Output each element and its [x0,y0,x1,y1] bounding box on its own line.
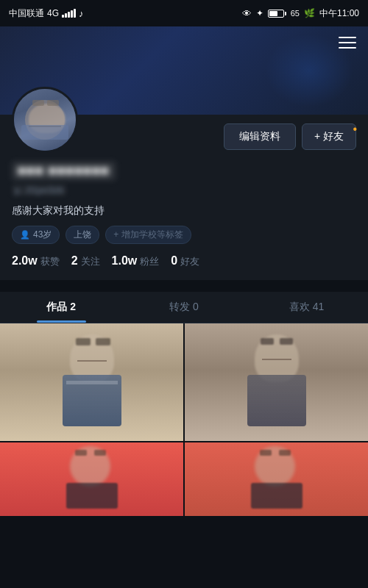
edit-profile-button[interactable]: 编辑资料 [224,123,296,150]
profile-top: 编辑资料 + 好友 [12,115,356,153]
profile-section: 编辑资料 + 好友 ■■■ ■■■■■■■ y...01po3zb 感谢大家对我… [0,115,368,280]
friends-label: 好友 [180,255,199,268]
tab-reposts-label: 转发 0 [169,301,199,312]
grid-item-4[interactable] [185,442,368,516]
person-2 [185,323,368,441]
stat-likes[interactable]: 2.0w 获赞 [12,254,60,268]
battery-percent: 65 [291,9,300,18]
person-3 [0,442,183,516]
stat-fans[interactable]: 1.0w 粉丝 [112,254,160,268]
battery-fill [269,11,278,16]
menu-line-3 [339,47,356,49]
content-grid [0,323,368,516]
grid-item-1[interactable] [0,323,183,441]
battery-body [268,10,284,18]
friends-count: 0 [171,254,177,268]
stat-following[interactable]: 2 关注 [71,254,100,268]
bluetooth-icon: ✦ [256,8,263,18]
tabs-bar: 作品 2 转发 0 喜欢 41 [0,292,368,323]
add-friend-button[interactable]: + 好友 [302,123,356,150]
signal-bar-5 [74,9,76,18]
tags-row: 👤 43岁 上饶 + 增加学校等标签 [12,226,356,244]
battery-tip [285,12,286,15]
tag-age[interactable]: 👤 43岁 [12,226,60,244]
tag-add[interactable]: + 增加学校等标签 [105,226,191,244]
signal-bar-4 [71,10,73,18]
menu-line-2 [339,42,356,43]
tab-reposts[interactable]: 转发 0 [123,292,246,323]
tab-works[interactable]: 作品 2 [0,292,123,323]
signal-bar-2 [65,13,67,18]
username-display: ■■■ ■■■■■■■ [12,162,116,180]
tab-likes-label: 喜欢 41 [289,301,324,312]
tag-age-label: 43岁 [33,229,52,241]
status-right: 👁 ✦ 65 🌿 中午11:00 [242,7,359,20]
carrier-label: 中国联通 [9,7,44,20]
tag-add-label: + 增加学校等标签 [113,229,183,241]
grid-item-2[interactable] [185,323,368,441]
tag-location[interactable]: 上饶 [66,226,99,244]
leaf-icon: 🌿 [304,8,315,18]
person-4 [185,442,368,516]
signal-bars [62,9,76,18]
grid-item-3[interactable] [0,442,183,516]
likes-count: 2.0w [12,254,38,268]
bio-text: 感谢大家对我的支持 [12,203,356,218]
app-icon: ♪ [79,8,84,19]
avatar-image [14,89,76,151]
battery-indicator [268,10,286,18]
tab-likes[interactable]: 喜欢 41 [245,292,368,323]
network-label: 4G [47,8,59,18]
person-icon: 👤 [20,230,30,240]
fans-count: 1.0w [112,254,138,268]
username-id: y...01po3zb [12,184,356,196]
menu-button[interactable] [339,37,356,49]
status-left: 中国联通 4G ♪ [9,7,84,20]
username-id-text: y...01po3zb [12,184,66,196]
signal-bar-3 [68,12,70,18]
status-bar: 中国联通 4G ♪ 👁 ✦ 65 🌿 中午11:00 [0,0,368,26]
username-area: ■■■ ■■■■■■■ y...01po3zb [12,162,356,196]
signal-bar-1 [62,15,64,18]
eye-icon: 👁 [242,8,252,19]
time-label: 中午11:00 [319,7,359,20]
avatar [12,87,78,153]
person-1 [0,323,183,441]
following-count: 2 [71,254,78,268]
profile-actions: 编辑资料 + 好友 [87,123,356,153]
tab-works-label: 作品 2 [46,301,76,312]
tag-location-label: 上饶 [74,229,91,241]
menu-line-1 [339,37,356,38]
stats-row: 2.0w 获赞 2 关注 1.0w 粉丝 0 好友 [12,254,356,268]
likes-label: 获赞 [40,255,60,268]
stat-friends[interactable]: 0 好友 [171,254,199,268]
fans-label: 粉丝 [140,255,159,268]
following-label: 关注 [81,255,100,268]
avatar-wrap [12,87,78,153]
